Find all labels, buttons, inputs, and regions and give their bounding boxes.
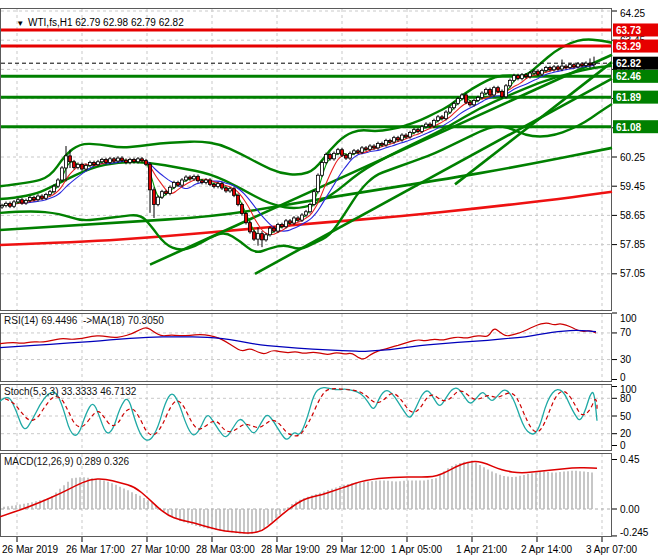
candle-bull: [89, 162, 92, 165]
candle-bear: [341, 150, 344, 155]
candle-bull: [561, 66, 564, 69]
candle-bear: [221, 184, 224, 188]
candle-bull: [161, 192, 164, 197]
candle-bear: [209, 180, 212, 184]
candle-bull: [413, 130, 416, 133]
candle-bull: [205, 180, 208, 183]
time-axis-scale[interactable]: [0, 537, 612, 559]
candle-bear: [557, 67, 560, 69]
candle-bull: [541, 70, 544, 74]
candle-bear: [373, 146, 376, 148]
candle-bear: [141, 159, 144, 161]
candle-bull: [513, 76, 516, 81]
candle-bull: [97, 162, 100, 165]
candle-bear: [225, 188, 228, 191]
candle-bull: [577, 64, 580, 67]
candle-bear: [381, 143, 384, 144]
candle-bull: [257, 234, 260, 239]
pane-frame: [1, 9, 612, 311]
candle-bear: [133, 160, 136, 162]
candle-bull: [485, 89, 488, 93]
price-axis-scale[interactable]: [612, 8, 659, 537]
candle-bear: [21, 200, 24, 203]
candle-bull: [421, 127, 424, 132]
candle-bull: [217, 184, 220, 187]
candle-bear: [289, 221, 292, 223]
candle-bull: [361, 148, 364, 152]
candle-bull: [445, 112, 448, 119]
candle-bull: [293, 218, 296, 223]
candle-bull: [157, 197, 160, 204]
candle-bull: [25, 200, 28, 203]
candle-bull: [461, 95, 464, 99]
candle-bull: [337, 150, 340, 154]
candle-bull: [313, 192, 316, 205]
candle-bear: [589, 63, 592, 64]
candle-bull: [77, 164, 80, 167]
candle-bear: [81, 164, 84, 169]
candle-bull: [385, 141, 388, 145]
candle-bull: [457, 99, 460, 104]
candle-bear: [105, 160, 108, 163]
candle-bull: [301, 215, 304, 220]
candle-bear: [69, 156, 72, 162]
candle-bull: [317, 175, 320, 191]
candle-bull: [169, 187, 172, 193]
candle-bear: [489, 89, 492, 94]
candle-bear: [389, 141, 392, 142]
candle-bull: [85, 165, 88, 169]
candle-bear: [345, 155, 348, 158]
candle-bull: [325, 154, 328, 162]
candle-bull: [181, 180, 184, 185]
candle-bull: [37, 196, 40, 200]
candle-bull: [521, 75, 524, 79]
candle-bull: [473, 100, 476, 104]
candle-bear: [517, 76, 520, 79]
candle-bull: [109, 159, 112, 163]
candle-bull: [401, 135, 404, 140]
candle-bear: [261, 234, 264, 240]
candle-bull: [533, 71, 536, 73]
candle-bull: [101, 160, 104, 162]
candle-bear: [281, 225, 284, 227]
candle-bull: [353, 151, 356, 154]
candle-bull: [309, 204, 312, 211]
candle-bear: [249, 223, 252, 232]
candle-bull: [173, 183, 176, 188]
candle-bear: [253, 232, 256, 239]
candle-bear: [405, 135, 408, 137]
candle-bull: [269, 228, 272, 235]
candle-bear: [189, 177, 192, 179]
candle-bull: [349, 153, 352, 158]
candle-bull: [393, 138, 396, 142]
chart-canvas[interactable]: 64.2563.4562.6561.8561.0560.2559.4558.65…: [0, 0, 660, 560]
candle-bull: [277, 225, 280, 232]
candle-bear: [145, 161, 148, 165]
ohlc-values: 62.79 62.98 62.79 62.82: [75, 17, 183, 28]
candle-bull: [545, 68, 548, 71]
candle-bull: [453, 103, 456, 107]
candle-bull: [57, 180, 60, 186]
candle-bull: [185, 177, 188, 180]
candle-bull: [13, 202, 16, 206]
candle-bear: [9, 203, 12, 206]
candle-bear: [93, 162, 96, 164]
candle-bear: [197, 176, 200, 180]
candle-bull: [193, 176, 196, 179]
candle-bear: [165, 192, 168, 194]
candle-bull: [1, 206, 4, 207]
candle-bull: [425, 124, 428, 127]
candle-bull: [229, 189, 232, 191]
candle-bull: [17, 200, 20, 202]
candle-bear: [41, 196, 44, 198]
candle-bear: [233, 189, 236, 196]
candle-bear: [417, 130, 420, 132]
candle-bear: [537, 71, 540, 74]
candle-bull: [45, 195, 48, 199]
candle-bull: [585, 63, 588, 65]
symbol-dropdown-icon[interactable]: ▼: [16, 19, 24, 28]
candle-bull: [117, 158, 120, 161]
candle-bull: [553, 67, 556, 70]
candle-bear: [397, 138, 400, 140]
candle-bear: [121, 158, 124, 160]
